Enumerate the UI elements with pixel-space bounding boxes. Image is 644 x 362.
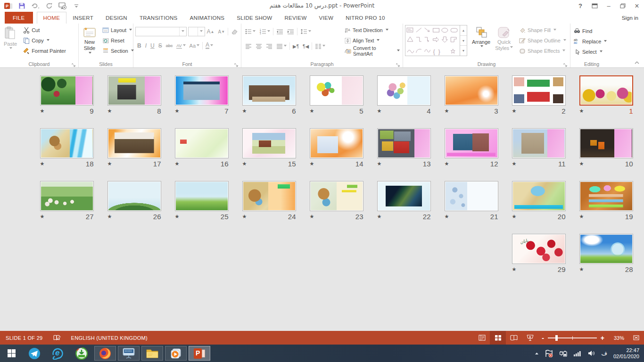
slide-thumbnail-24[interactable]: [242, 181, 296, 211]
power-battery-icon[interactable]: [559, 350, 568, 357]
increase-indent-button[interactable]: [285, 26, 296, 37]
italic-button[interactable]: I: [143, 41, 149, 51]
start-button[interactable]: [0, 345, 23, 362]
tab-view[interactable]: VIEW: [313, 12, 340, 24]
action-center-flag-icon[interactable]: [545, 350, 553, 357]
normal-view-button[interactable]: [474, 331, 490, 345]
shape-fill-button[interactable]: Shape Fill: [518, 25, 568, 35]
left-to-right-button[interactable]: ▶¶: [291, 41, 301, 51]
slide-thumbnail-12[interactable]: [445, 128, 498, 158]
gallery-up-arrow[interactable]: ▲: [460, 25, 467, 36]
select-button[interactable]: Select: [572, 47, 611, 57]
zoom-slider-thumb[interactable]: [555, 335, 558, 341]
taskbar-powerpoint[interactable]: P: [189, 346, 210, 361]
slide-thumbnail-4[interactable]: [377, 75, 431, 106]
spell-check-icon[interactable]: [53, 335, 61, 341]
align-left-button[interactable]: [243, 41, 254, 51]
slide-sorter-view-button[interactable]: [490, 331, 506, 345]
slide-thumbnail-9[interactable]: [40, 75, 94, 106]
tab-insert[interactable]: INSERT: [66, 12, 99, 24]
ribbon-display-options-button[interactable]: [587, 0, 602, 12]
taskbar-clock[interactable]: 22:47 02/01/2020: [613, 347, 639, 360]
gallery-down-arrow[interactable]: ▼: [460, 36, 467, 46]
slide-thumbnail-14[interactable]: [310, 128, 363, 158]
character-spacing-button[interactable]: AV: [174, 41, 187, 51]
slide-thumbnail-26[interactable]: [107, 181, 161, 211]
slide-thumbnail-19[interactable]: [579, 181, 633, 211]
zoom-percentage[interactable]: 33%: [608, 335, 624, 341]
zoom-slider[interactable]: [548, 337, 597, 338]
restore-button[interactable]: [616, 0, 630, 12]
volume-icon[interactable]: [588, 350, 595, 356]
cut-button[interactable]: Cut: [22, 25, 67, 35]
taskbar-firefox[interactable]: [94, 346, 116, 361]
bullets-button[interactable]: [243, 26, 257, 37]
taskbar-idm[interactable]: [71, 346, 92, 361]
close-button[interactable]: ×: [630, 0, 644, 12]
font-size-combo[interactable]: [188, 27, 205, 36]
tab-nitro-pro[interactable]: NITRO PRO 10: [339, 12, 391, 24]
start-from-beginning-icon[interactable]: [58, 1, 67, 11]
tab-slide-show[interactable]: SLIDE SHOW: [231, 12, 278, 24]
align-text-button[interactable]: Align Text: [343, 35, 401, 46]
sign-in-link[interactable]: Sign in: [622, 12, 638, 24]
justify-button[interactable]: [274, 41, 289, 51]
slide-thumbnail-28[interactable]: [579, 234, 633, 264]
taskbar-on-screen-keyboard[interactable]: [118, 346, 140, 361]
decrease-font-size-button[interactable]: A▼: [216, 26, 227, 37]
right-to-left-button[interactable]: ¶◀: [301, 41, 311, 51]
slide-thumbnail-8[interactable]: [107, 75, 161, 106]
reset-button[interactable]: Reset: [101, 35, 135, 46]
taskbar-telegram[interactable]: [24, 346, 45, 361]
language-indicator[interactable]: ENGLISH (UNITED KINGDOM): [71, 335, 148, 341]
gallery-more-button[interactable]: ▼: [460, 46, 467, 56]
layout-button[interactable]: Layout: [101, 25, 135, 35]
new-slide-button[interactable]: New Slide: [81, 25, 99, 58]
input-language-indicator[interactable]: ف: [601, 350, 607, 357]
shape-effects-button[interactable]: Shape Effects: [518, 46, 568, 56]
tab-transitions[interactable]: TRANSITIONS: [133, 12, 184, 24]
underline-button[interactable]: U: [149, 41, 157, 51]
numbering-button[interactable]: 123: [257, 26, 272, 37]
slide-thumbnail-25[interactable]: [175, 181, 229, 211]
slide-thumbnail-20[interactable]: [512, 181, 566, 211]
slide-show-button[interactable]: [522, 331, 538, 345]
slide-thumbnail-18[interactable]: [40, 128, 94, 158]
fit-slide-to-window-button[interactable]: [628, 331, 644, 345]
taskbar-internet-explorer[interactable]: e: [47, 346, 69, 361]
bold-button[interactable]: B: [135, 41, 143, 51]
shape-outline-button[interactable]: Shape Outline: [518, 35, 568, 46]
align-center-button[interactable]: [254, 41, 264, 51]
section-button[interactable]: Section: [101, 46, 135, 56]
arrange-button[interactable]: Arrange: [470, 25, 492, 58]
minimize-button[interactable]: –: [602, 0, 616, 12]
columns-button[interactable]: [313, 41, 327, 51]
convert-to-smartart-button[interactable]: Convert to SmartArt: [343, 46, 401, 56]
slide-thumbnail-27[interactable]: [40, 181, 94, 211]
tray-expand-icon[interactable]: [535, 352, 539, 355]
font-name-combo[interactable]: [135, 27, 187, 36]
shapes-gallery-scrollbar[interactable]: ▲ ▼ ▼: [460, 25, 467, 56]
slide-thumbnail-22[interactable]: [377, 181, 431, 211]
slide-thumbnail-23[interactable]: [310, 181, 363, 211]
zoom-in-button[interactable]: +: [601, 334, 604, 342]
slide-thumbnail-11[interactable]: [512, 128, 566, 158]
slide-thumbnail-1[interactable]: [579, 75, 633, 106]
slide-thumbnail-3[interactable]: [445, 75, 498, 106]
line-spacing-button[interactable]: [298, 26, 313, 37]
slide-thumbnail-15[interactable]: [242, 128, 296, 158]
tab-review[interactable]: REVIEW: [278, 12, 313, 24]
undo-icon[interactable]: [31, 1, 40, 11]
slide-thumbnail-16[interactable]: [175, 128, 229, 158]
font-dialog-launcher[interactable]: [234, 61, 239, 66]
paragraph-dialog-launcher[interactable]: [396, 61, 401, 66]
slide-thumbnail-6[interactable]: [242, 75, 296, 106]
tab-file[interactable]: FILE: [5, 12, 33, 24]
slide-thumbnail-17[interactable]: [107, 128, 161, 158]
strikethrough-button[interactable]: S: [157, 41, 164, 51]
text-shadow-button[interactable]: abc: [164, 41, 175, 51]
redo-icon[interactable]: [44, 1, 54, 11]
slide-thumbnail-10[interactable]: [579, 128, 633, 158]
save-icon[interactable]: [17, 1, 26, 11]
tab-home[interactable]: HOME: [37, 12, 67, 24]
